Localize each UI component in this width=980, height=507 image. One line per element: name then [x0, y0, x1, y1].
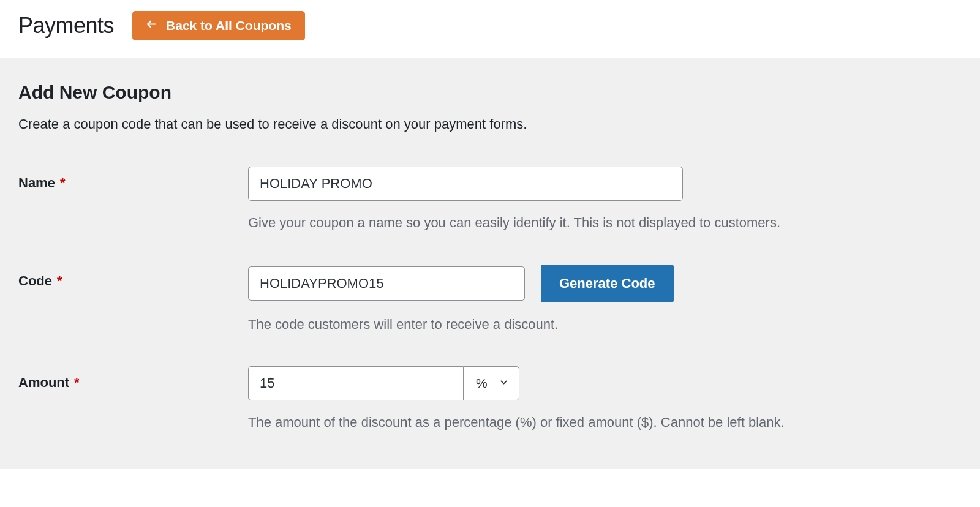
section-title: Add New Coupon [18, 82, 962, 103]
code-input[interactable] [248, 266, 525, 301]
name-field-row: Name* Give your coupon a name so you can… [18, 167, 962, 233]
name-label-text: Name [18, 175, 55, 190]
amount-unit-select[interactable]: % [463, 366, 519, 400]
back-to-coupons-button[interactable]: Back to All Coupons [132, 11, 305, 40]
back-button-label: Back to All Coupons [166, 18, 292, 33]
generate-code-button[interactable]: Generate Code [541, 265, 674, 302]
content-area: Add New Coupon Create a coupon code that… [0, 58, 980, 469]
amount-label-text: Amount [18, 375, 69, 390]
code-help-text: The code customers will enter to receive… [248, 315, 962, 334]
chevron-down-icon [499, 376, 509, 391]
page-title: Payments [18, 13, 114, 39]
name-input[interactable] [248, 167, 683, 201]
required-indicator: * [60, 175, 66, 190]
required-indicator: * [57, 273, 62, 288]
amount-input-group: % [248, 366, 519, 400]
amount-help-text: The amount of the discount as a percenta… [248, 413, 962, 432]
required-indicator: * [74, 375, 80, 390]
amount-label: Amount* [18, 366, 248, 391]
top-bar: Payments Back to All Coupons [0, 0, 980, 58]
code-label-text: Code [18, 273, 52, 288]
name-help-text: Give your coupon a name so you can easil… [248, 213, 962, 233]
amount-input[interactable] [248, 366, 463, 400]
arrow-left-icon [146, 18, 157, 33]
code-label: Code* [18, 265, 248, 289]
name-label: Name* [18, 167, 248, 191]
code-field-row: Code* Generate Code The code customers w… [18, 265, 962, 334]
section-subtitle: Create a coupon code that can be used to… [18, 116, 962, 132]
amount-field-row: Amount* % The amount of the discount as … [18, 366, 962, 432]
amount-unit-value: % [476, 376, 488, 391]
